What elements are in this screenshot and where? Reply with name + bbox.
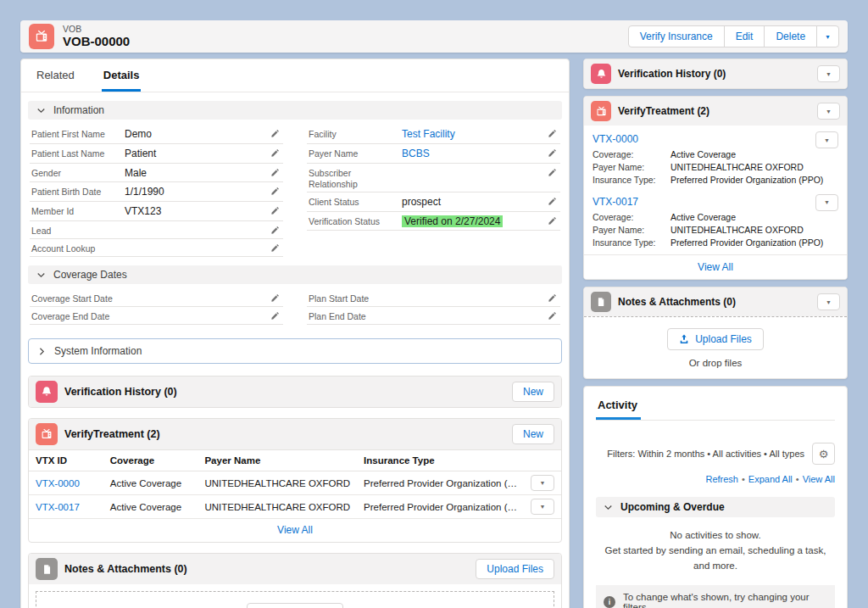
- facility-link[interactable]: Test Facility: [402, 127, 542, 142]
- verify-treatment-header: VerifyTreatment (2) New: [29, 419, 561, 449]
- entry-detail: Insurance Type: Preferred Provider Organ…: [593, 237, 838, 249]
- tab-details[interactable]: Details: [102, 59, 142, 92]
- cell-insurance-type: Preferred Provider Organization (…: [357, 495, 524, 519]
- field-coverage-end-date: Coverage End Date: [30, 307, 283, 325]
- edit-pencil-icon[interactable]: [542, 195, 559, 206]
- edit-pencil-icon[interactable]: [265, 292, 281, 303]
- verify-insurance-button[interactable]: Verify Insurance: [628, 25, 725, 47]
- sidebar-notes-attachments-title[interactable]: Notes & Attachments (0): [618, 296, 736, 308]
- row-actions-dropdown[interactable]: ▼: [531, 475, 554, 491]
- tab-activity[interactable]: Activity: [596, 397, 641, 420]
- sidebar-verify-treatment-title[interactable]: VerifyTreatment (2): [618, 105, 709, 117]
- vtx-id-link[interactable]: VTX-0017: [29, 495, 103, 519]
- related-list-verification-history: Verification History (0) New: [28, 376, 562, 408]
- notes-attachments-title[interactable]: Notes & Attachments (0): [64, 563, 187, 575]
- field-value: prospect: [402, 195, 542, 209]
- file-dropzone[interactable]: Upload Files Or drop files: [36, 591, 554, 608]
- vtx-id-link[interactable]: VTX-0000: [593, 131, 638, 145]
- sidebar-verification-history-title[interactable]: Verification History (0): [618, 68, 726, 80]
- edit-pencil-icon[interactable]: [265, 127, 281, 138]
- field-facility: Facility Test Facility: [307, 125, 560, 144]
- upcoming-overdue-section[interactable]: Upcoming & Overdue: [596, 497, 835, 517]
- sidebar-notes-attachments-header: Notes & Attachments (0) ▼: [584, 287, 847, 316]
- upload-files-button[interactable]: Upload Files: [667, 328, 764, 350]
- delete-button[interactable]: Delete: [764, 25, 817, 47]
- edit-pencil-icon[interactable]: [265, 242, 281, 253]
- card-actions-dropdown[interactable]: ▼: [817, 103, 840, 120]
- entry-header: VTX-0017 ▼: [593, 194, 838, 211]
- edit-pencil-icon[interactable]: [542, 127, 559, 138]
- edit-pencil-icon[interactable]: [542, 215, 559, 226]
- field-label: Coverage End Date: [31, 310, 125, 322]
- refresh-link[interactable]: Refresh: [705, 474, 738, 484]
- main-column: Related Details Information Patient Firs…: [20, 59, 570, 608]
- card-actions-dropdown[interactable]: ▼: [817, 65, 840, 82]
- tab-related[interactable]: Related: [35, 59, 76, 92]
- edit-button[interactable]: Edit: [724, 25, 765, 47]
- notes-object-icon: [36, 558, 58, 580]
- link-separator: •: [738, 474, 748, 484]
- col-insurance-type[interactable]: Insurance Type: [357, 450, 524, 471]
- verify-treatment-view-all-link[interactable]: View All: [29, 519, 561, 542]
- vtx-id-link[interactable]: VTX-0000: [29, 471, 103, 495]
- col-coverage[interactable]: Coverage: [103, 450, 198, 471]
- verify-treatment-entry: VTX-0017 ▼ Coverage: Active Coverage Pay…: [584, 192, 847, 255]
- section-coverage-dates-title: Coverage Dates: [53, 269, 127, 281]
- notes-attachments-actions: Upload Files: [476, 559, 554, 579]
- edit-pencil-icon[interactable]: [265, 224, 281, 235]
- more-actions-dropdown[interactable]: ▼: [816, 25, 839, 47]
- edit-pencil-icon[interactable]: [542, 147, 559, 158]
- chevron-down-icon: [36, 271, 46, 280]
- field-label: Patient Last Name: [31, 147, 125, 159]
- row-actions-dropdown[interactable]: ▼: [531, 499, 554, 515]
- field-plan-start-date: Plan Start Date: [307, 289, 560, 307]
- edit-pencil-icon[interactable]: [542, 292, 559, 303]
- entry-actions-dropdown[interactable]: ▼: [815, 194, 838, 211]
- edit-pencil-icon[interactable]: [265, 204, 281, 215]
- sidebar-verify-treatment-header: VerifyTreatment (2) ▼: [584, 97, 847, 126]
- verify-treatment-title[interactable]: VerifyTreatment (2): [64, 428, 160, 440]
- section-system-information[interactable]: System Information: [28, 338, 562, 364]
- edit-pencil-icon[interactable]: [265, 166, 281, 177]
- section-coverage-dates[interactable]: Coverage Dates: [28, 265, 562, 284]
- field-label: Verification Status: [309, 215, 402, 227]
- verify-treatment-actions: New: [512, 424, 554, 444]
- field-label: Member Id: [31, 204, 125, 217]
- detail-label: Coverage:: [593, 148, 670, 161]
- section-information[interactable]: Information: [28, 101, 562, 120]
- edit-pencil-icon[interactable]: [265, 147, 281, 158]
- field-subscriber-relationship: Subscriber Relationship: [307, 164, 560, 192]
- col-payer-name[interactable]: Payer Name: [198, 450, 357, 471]
- edit-pencil-icon[interactable]: [542, 310, 559, 321]
- edit-pencil-icon[interactable]: [542, 166, 559, 177]
- card-actions-dropdown[interactable]: ▼: [817, 293, 840, 310]
- field-patient-birth-date: Patient Birth Date 1/1/1990: [30, 182, 283, 202]
- field-label: Subscriber Relationship: [309, 166, 402, 190]
- empty-state-line1: No activities to show.: [596, 528, 835, 544]
- related-list-verify-treatment: VerifyTreatment (2) New VTX ID Coverage …: [28, 418, 562, 543]
- new-verify-treatment-button[interactable]: New: [512, 424, 554, 444]
- expand-all-link[interactable]: Expand All: [748, 474, 793, 484]
- col-vtx-id[interactable]: VTX ID: [29, 450, 103, 471]
- detail-label: Payer Name:: [593, 224, 670, 237]
- field-gender: Gender Male: [30, 164, 283, 183]
- sidebar-view-all-link[interactable]: View All: [584, 254, 847, 279]
- upload-files-header-button[interactable]: Upload Files: [476, 559, 554, 579]
- sidebar-verification-history-card: Verification History (0) ▼: [583, 59, 848, 89]
- file-dropzone[interactable]: Upload Files Or drop files: [584, 316, 847, 378]
- entry-actions-dropdown[interactable]: ▼: [815, 131, 838, 148]
- verified-status-badge: Verified on 2/27/2024: [402, 215, 503, 227]
- edit-pencil-icon[interactable]: [265, 185, 281, 196]
- vtx-id-link[interactable]: VTX-0017: [593, 194, 638, 208]
- payer-name-link[interactable]: BCBS: [402, 147, 542, 161]
- upload-files-button[interactable]: Upload Files: [247, 603, 343, 608]
- record-entity: VOB VOB-00000: [29, 24, 130, 49]
- new-verification-history-button[interactable]: New: [512, 382, 554, 402]
- view-all-link[interactable]: View All: [803, 474, 835, 484]
- cell-payer-name: UNITEDHEALTHCARE OXFORD: [198, 495, 357, 519]
- field-label: Coverage Start Date: [31, 292, 125, 304]
- verification-history-title[interactable]: Verification History (0): [64, 386, 177, 398]
- verification-history-header: Verification History (0) New: [29, 377, 561, 407]
- gear-icon[interactable]: ⚙: [812, 443, 835, 465]
- edit-pencil-icon[interactable]: [265, 310, 281, 321]
